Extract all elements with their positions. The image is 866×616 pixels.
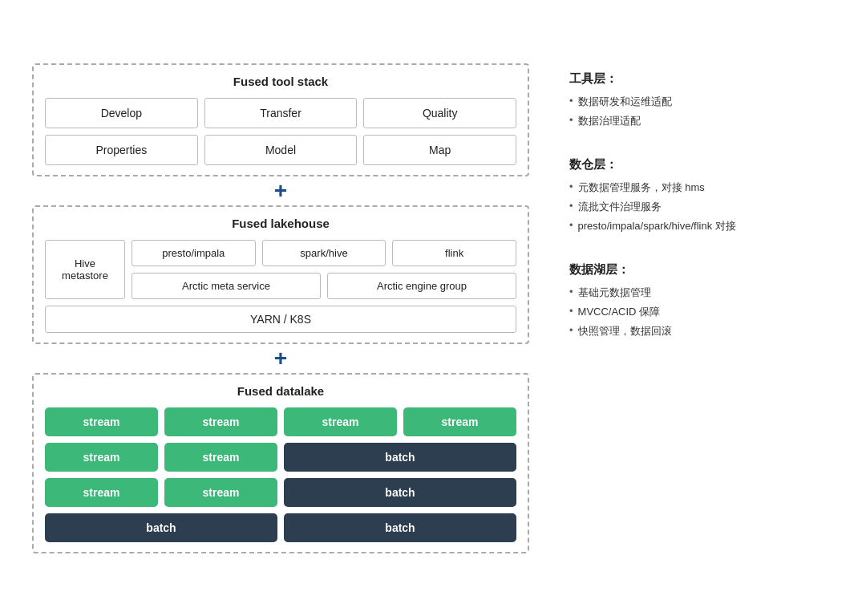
batch-cell-4: batch xyxy=(284,513,516,542)
plus-connector-2: + xyxy=(32,344,529,373)
engine-flink: flink xyxy=(392,240,516,266)
info-section: 工具层： 数据研发和运维适配 数据治理适配 数仓层： 元数据管理服务，对接 hm… xyxy=(569,63,842,338)
tool-layer-item-2: 数据治理适配 xyxy=(569,114,842,128)
yarn-k8s: YARN / K8S xyxy=(45,306,516,333)
data-warehouse-item-1: 元数据管理服务，对接 hms xyxy=(569,180,842,195)
batch-cell-2: batch xyxy=(284,478,516,507)
tool-layer-info: 工具层： 数据研发和运维适配 数据治理适配 xyxy=(569,71,842,128)
batch-cell-3: batch xyxy=(45,513,277,542)
stream-cell-5: stream xyxy=(45,443,158,472)
data-warehouse-item-3: presto/impala/spark/hive/flink 对接 xyxy=(569,219,842,233)
tool-cell-properties: Properties xyxy=(45,135,198,165)
engine-presto: presto/impala xyxy=(132,240,256,266)
data-lake-item-2: MVCC/ACID 保障 xyxy=(569,305,842,319)
data-warehouse-item-2: 流批文件治理服务 xyxy=(569,200,842,214)
data-lake-title: 数据湖层： xyxy=(569,262,842,278)
lakehouse-title: Fused lakehouse xyxy=(45,217,516,230)
plus-connector-1: + xyxy=(32,176,529,205)
data-lake-item-1: 基础元数据管理 xyxy=(569,286,842,300)
page-container: Fused tool stack Develop Transfer Qualit… xyxy=(0,47,866,569)
tool-layer-title: 工具层： xyxy=(569,71,842,87)
tool-stack-title: Fused tool stack xyxy=(45,75,516,88)
tool-cell-develop: Develop xyxy=(45,98,198,128)
datalake-title: Fused datalake xyxy=(45,384,516,398)
data-lake-item-3: 快照管理，数据回滚 xyxy=(569,324,842,338)
arctic-meta-service: Arctic meta service xyxy=(132,273,321,299)
data-warehouse-info: 数仓层： 元数据管理服务，对接 hms 流批文件治理服务 presto/impa… xyxy=(569,157,842,233)
arctic-engine-group: Arctic engine group xyxy=(327,273,516,299)
stream-cell-7: stream xyxy=(45,478,158,507)
tool-cell-model: Model xyxy=(204,135,358,165)
tool-stack-layer: Fused tool stack Develop Transfer Qualit… xyxy=(32,63,529,176)
lakehouse-inner: Hivemetastore presto/impala spark/hive f… xyxy=(45,240,516,299)
stream-cell-2: stream xyxy=(164,407,277,436)
tool-cell-map: Map xyxy=(363,135,516,165)
tool-cell-transfer: Transfer xyxy=(204,98,358,128)
engine-spark: spark/hive xyxy=(262,240,386,266)
diagram-section: Fused tool stack Develop Transfer Qualit… xyxy=(24,63,537,553)
tool-layer-item-1: 数据研发和运维适配 xyxy=(569,95,842,109)
tool-cell-quality: Quality xyxy=(363,98,516,128)
batch-cell-1: batch xyxy=(284,443,516,472)
hive-metastore: Hivemetastore xyxy=(45,240,125,299)
stream-cell-4: stream xyxy=(403,407,516,436)
stream-cell-8: stream xyxy=(164,478,277,507)
datalake-grid: stream stream stream stream stream strea… xyxy=(45,407,516,542)
datalake-layer: Fused datalake stream stream stream stre… xyxy=(32,373,529,553)
data-warehouse-title: 数仓层： xyxy=(569,157,842,172)
stream-cell-6: stream xyxy=(164,443,277,472)
stream-cell-3: stream xyxy=(284,407,397,436)
data-lake-info: 数据湖层： 基础元数据管理 MVCC/ACID 保障 快照管理，数据回滚 xyxy=(569,262,842,338)
stream-cell-1: stream xyxy=(45,407,158,436)
tool-grid: Develop Transfer Quality Properties Mode… xyxy=(45,98,516,165)
lakehouse-layer: Fused lakehouse Hivemetastore presto/imp… xyxy=(32,205,529,344)
